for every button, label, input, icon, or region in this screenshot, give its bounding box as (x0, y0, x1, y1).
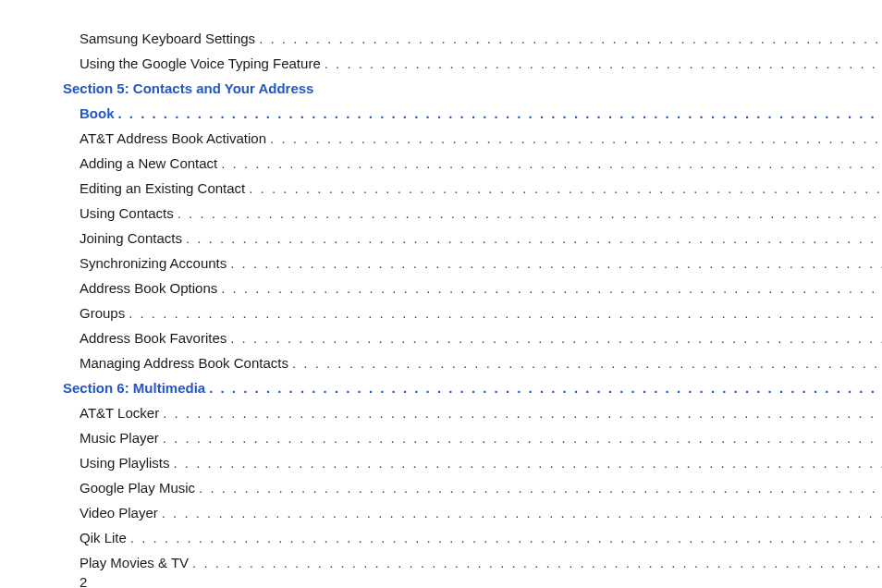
toc-entry[interactable]: Using Playlists . . . . . . . . . . . . … (63, 450, 882, 475)
dot-leader: . . . . . . . . . . . . . . . . . . . . … (292, 355, 882, 371)
toc-entry[interactable]: Google Play Music . . . . . . . . . . . … (63, 475, 882, 500)
toc-entry[interactable]: Using the Google Voice Typing Feature . … (63, 51, 882, 76)
toc-entry[interactable]: Qik Lite . . . . . . . . . . . . . . . .… (63, 525, 882, 550)
dot-leader: . . . . . . . . . . . . . . . . . . . . … (174, 455, 882, 471)
dot-leader: . . . . . . . . . . . . . . . . . . . . … (118, 105, 883, 121)
dot-leader: . . . . . . . . . . . . . . . . . . . . … (221, 280, 882, 296)
toc-page: Samsung Keyboard Settings . . . . . . . … (0, 0, 882, 588)
toc-entry[interactable]: Samsung Keyboard Settings . . . . . . . … (63, 26, 882, 51)
dot-leader: . . . . . . . . . . . . . . . . . . . . … (199, 480, 882, 496)
toc-entry-title: Managing Address Book Contacts (80, 350, 288, 375)
toc-entry[interactable]: Using Contacts . . . . . . . . . . . . .… (63, 201, 882, 226)
toc-entry-title: Joining Contacts (80, 226, 182, 251)
toc-entry-title: Using the Google Voice Typing Feature (80, 51, 321, 76)
toc-entry-title: AT&T Address Book Activation (80, 126, 266, 151)
toc-entry[interactable]: Groups . . . . . . . . . . . . . . . . .… (63, 300, 882, 325)
toc-entry[interactable]: Play Movies & TV . . . . . . . . . . . .… (63, 550, 882, 575)
toc-entry-title: Using Playlists (80, 450, 170, 475)
toc-entry-title: Synchronizing Accounts (80, 251, 227, 276)
toc-entry-title: Groups (80, 300, 125, 325)
toc-entry-title: Google Play Music (80, 475, 195, 500)
toc-entry[interactable]: Address Book Options . . . . . . . . . .… (63, 276, 882, 300)
dot-leader: . . . . . . . . . . . . . . . . . . . . … (325, 55, 882, 71)
page-number: 2 (80, 574, 87, 588)
toc-entry[interactable]: Joining Contacts . . . . . . . . . . . .… (63, 226, 882, 251)
toc-entry-title: AT&T Locker (80, 400, 159, 425)
toc-entry-title: Address Book Favorites (80, 325, 227, 350)
toc-entry[interactable]: Music Player . . . . . . . . . . . . . .… (63, 425, 882, 450)
toc-column-left: Samsung Keyboard Settings . . . . . . . … (46, 26, 882, 579)
dot-leader: . . . . . . . . . . . . . . . . . . . . … (249, 180, 882, 196)
toc-entry-title: Qik Lite (80, 525, 127, 550)
toc-entry-title: Address Book Options (80, 276, 217, 300)
toc-entry[interactable]: Video Player . . . . . . . . . . . . . .… (63, 500, 882, 525)
toc-entry-title: Book (80, 101, 115, 126)
toc-entry[interactable]: AT&T Locker . . . . . . . . . . . . . . … (63, 400, 882, 425)
toc-entry-title: Play Movies & TV (80, 550, 189, 575)
dot-leader: . . . . . . . . . . . . . . . . . . . . … (163, 430, 882, 446)
toc-entry[interactable]: Synchronizing Accounts . . . . . . . . .… (63, 251, 882, 276)
toc-entry[interactable]: Adding a New Contact . . . . . . . . . .… (63, 151, 882, 176)
toc-entry[interactable]: AT&T Address Book Activation . . . . . .… (63, 126, 882, 151)
toc-entry-title: Section 5: Contacts and Your Address (63, 76, 882, 101)
toc-entry[interactable]: Managing Address Book Contacts . . . . .… (63, 350, 882, 375)
dot-leader: . . . . . . . . . . . . . . . . . . . . … (162, 505, 882, 521)
dot-leader: . . . . . . . . . . . . . . . . . . . . … (230, 255, 882, 271)
toc-entry-title: Using Contacts (80, 201, 174, 226)
dot-leader: . . . . . . . . . . . . . . . . . . . . … (178, 205, 882, 221)
toc-entry-title: Video Player (80, 500, 158, 525)
dot-leader: . . . . . . . . . . . . . . . . . . . . … (163, 405, 882, 421)
toc-section-header[interactable]: Section 5: Contacts and Your AddressBook… (63, 76, 882, 126)
toc-entry-title: Samsung Keyboard Settings (80, 26, 255, 51)
toc-section-header[interactable]: Section 6: Multimedia . . . . . . . . . … (63, 375, 882, 400)
dot-leader: . . . . . . . . . . . . . . . . . . . . … (230, 330, 882, 346)
toc-entry[interactable]: Address Book Favorites . . . . . . . . .… (63, 325, 882, 350)
toc-entry[interactable]: Editing an Existing Contact . . . . . . … (63, 176, 882, 201)
dot-leader: . . . . . . . . . . . . . . . . . . . . … (130, 530, 882, 545)
dot-leader: . . . . . . . . . . . . . . . . . . . . … (209, 380, 882, 396)
dot-leader: . . . . . . . . . . . . . . . . . . . . … (186, 230, 882, 246)
dot-leader: . . . . . . . . . . . . . . . . . . . . … (129, 305, 882, 321)
dot-leader: . . . . . . . . . . . . . . . . . . . . … (270, 130, 882, 146)
toc-entry-title: Music Player (80, 425, 159, 450)
dot-leader: . . . . . . . . . . . . . . . . . . . . … (221, 155, 882, 171)
dot-leader: . . . . . . . . . . . . . . . . . . . . … (192, 555, 882, 570)
dot-leader: . . . . . . . . . . . . . . . . . . . . … (259, 31, 882, 46)
toc-entry-title: Editing an Existing Contact (80, 176, 245, 201)
toc-entry-title: Adding a New Contact (80, 151, 217, 176)
toc-entry-title: Section 6: Multimedia (63, 375, 205, 400)
